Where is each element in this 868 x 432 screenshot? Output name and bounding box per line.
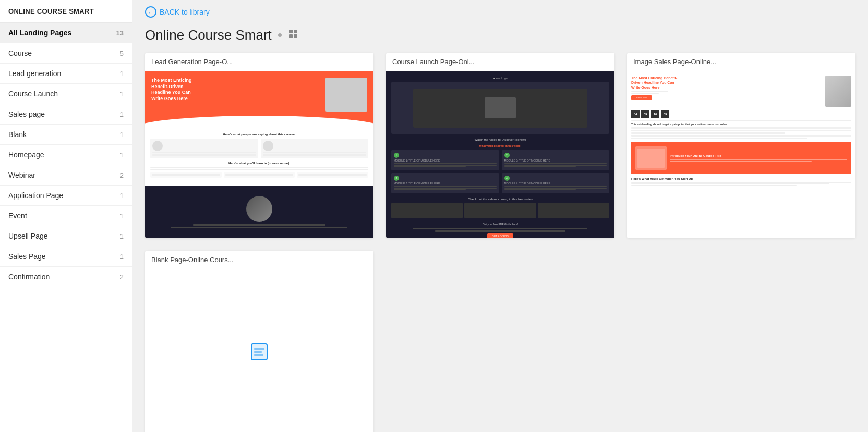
back-label: BACK to library [160, 8, 210, 16]
svg-rect-1 [294, 30, 297, 33]
back-circle-icon: ← [145, 6, 156, 18]
svg-rect-7 [254, 354, 263, 356]
sidebar-item-count: 1 [120, 110, 124, 118]
sidebar-item-confirmation[interactable]: Confirmation2 [0, 267, 132, 287]
svg-rect-5 [254, 348, 264, 350]
sidebar-item-label: Confirmation [8, 273, 50, 281]
sidebar-item-lead[interactable]: Lead generation1 [0, 64, 132, 84]
sidebar-item-count: 1 [120, 232, 124, 240]
sidebar-item-count: 1 [120, 90, 124, 98]
sidebar-nav: All Landing Pages13Course5Lead generatio… [0, 23, 132, 287]
card-title: Course Launch Page-Onl... [386, 53, 614, 71]
sidebar-item-count: 13 [116, 29, 124, 37]
sidebar-item-blank[interactable]: Blank1 [0, 125, 132, 145]
svg-rect-6 [254, 351, 262, 353]
sidebar-item-event[interactable]: Event1 [0, 206, 132, 226]
header-dot-divider [278, 33, 282, 37]
grid-layout-icon[interactable] [288, 29, 298, 42]
page-title: Online Course Smart [145, 27, 272, 43]
sidebar-item-count: 1 [120, 131, 124, 139]
main-content: ← BACK to library Online Course Smart Le… [132, 0, 868, 432]
sidebar-item-application-page[interactable]: Application Page1 [0, 186, 132, 206]
sidebar-item-upsell-page[interactable]: Upsell Page1 [0, 226, 132, 246]
svg-rect-2 [289, 34, 293, 38]
svg-rect-3 [294, 34, 297, 38]
card-blank[interactable]: Blank Page-Online Cours... [145, 251, 373, 432]
sidebar-item-count: 2 [120, 171, 124, 179]
card-title: Image Sales Page-Online... [627, 53, 855, 71]
sidebar-item-count: 1 [120, 212, 124, 220]
card-title: Blank Page-Online Cours... [145, 251, 373, 269]
sidebar-item-count: 5 [120, 50, 124, 57]
card-preview: ● Your Logo Watch the Video to Discover … [386, 71, 614, 238]
back-to-library-button[interactable]: ← BACK to library [145, 6, 210, 18]
blank-page-icon [249, 341, 270, 364]
sidebar-item-all[interactable]: All Landing Pages13 [0, 23, 132, 43]
sidebar-item-sales-page[interactable]: Sales page1 [0, 104, 132, 125]
sidebar-item-label: Webinar [8, 171, 35, 179]
sidebar-item-homepage[interactable]: Homepage1 [0, 145, 132, 165]
sidebar-item-label: Lead generation [8, 69, 61, 78]
sidebar-item-course-launch[interactable]: Course Launch1 [0, 84, 132, 104]
sidebar-item-sales-page2[interactable]: Sales Page1 [0, 246, 132, 267]
card-lead-gen[interactable]: Lead Generation Page-O... The Most Entic… [145, 53, 373, 238]
sidebar-item-course[interactable]: Course5 [0, 43, 132, 64]
sidebar-brand: ONLINE COURSE SMART [0, 0, 132, 23]
sidebar: ONLINE COURSE SMART All Landing Pages13C… [0, 0, 132, 432]
sidebar-item-count: 1 [120, 151, 124, 159]
sidebar-item-label: All Landing Pages [8, 29, 71, 37]
sidebar-item-label: Upsell Page [8, 232, 48, 240]
sidebar-item-webinar[interactable]: Webinar2 [0, 165, 132, 186]
card-image-sales[interactable]: Image Sales Page-Online... The Most Enti… [627, 53, 855, 238]
sidebar-item-label: Application Page [8, 191, 63, 200]
sidebar-item-count: 2 [120, 273, 124, 281]
sidebar-item-label: Sales Page [8, 252, 46, 261]
sidebar-item-label: Sales page [8, 110, 45, 118]
sidebar-item-count: 1 [120, 253, 124, 261]
sidebar-item-label: Event [8, 212, 27, 220]
card-title: Lead Generation Page-O... [145, 53, 373, 71]
topbar: ← BACK to library [132, 0, 868, 24]
card-course-launch[interactable]: Course Launch Page-Onl... ● Your Logo Wa… [386, 53, 614, 238]
sidebar-item-label: Homepage [8, 151, 44, 159]
sidebar-item-count: 1 [120, 70, 124, 78]
sidebar-item-label: Course [8, 49, 32, 57]
card-preview: The Most EnticingBenefit-DrivenHeadline … [145, 71, 373, 238]
page-header: Online Course Smart [132, 24, 868, 53]
svg-rect-0 [289, 30, 293, 33]
card-preview: The Most Enticing Benefit-Driven Headlin… [627, 71, 855, 238]
cards-grid: Lead Generation Page-O... The Most Entic… [132, 53, 868, 432]
sidebar-item-label: Course Launch [8, 90, 58, 98]
sidebar-item-count: 1 [120, 192, 124, 200]
card-preview [145, 269, 373, 432]
sidebar-item-label: Blank [8, 130, 27, 139]
